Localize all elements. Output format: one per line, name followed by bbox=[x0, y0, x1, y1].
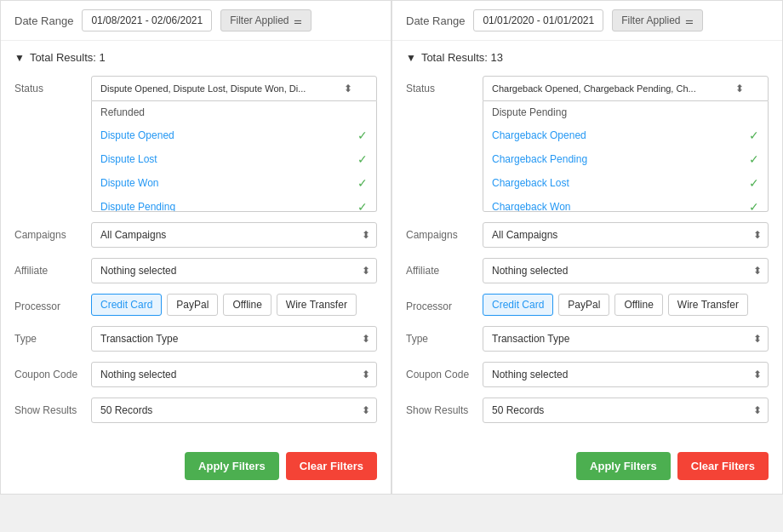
left-filter-applied-label: Filter Applied bbox=[230, 14, 289, 26]
right-processor-row: Processor Credit Card PayPal Offline Wir… bbox=[406, 294, 769, 316]
right-footer-buttons: Apply Filters Clear Filters bbox=[392, 443, 782, 480]
left-clear-button[interactable]: Clear Filters bbox=[286, 452, 377, 480]
left-status-item-dispute-opened[interactable]: Dispute Opened ✓ bbox=[92, 123, 376, 147]
right-processor-wire-transfer[interactable]: Wire Transfer bbox=[668, 294, 748, 316]
right-coupon-select[interactable]: Nothing selected bbox=[483, 362, 769, 387]
left-type-select-wrapper[interactable]: Transaction Type bbox=[91, 326, 377, 352]
right-status-item-dispute-pending[interactable]: Dispute Pending bbox=[483, 101, 768, 123]
right-total-results: ▼ Total Results: 13 bbox=[406, 51, 769, 64]
left-status-item-dispute-lost[interactable]: Dispute Lost ✓ bbox=[92, 147, 376, 171]
right-status-trigger[interactable]: Chargeback Opened, Chargeback Pending, C… bbox=[483, 76, 769, 101]
left-processor-label: Processor bbox=[14, 294, 91, 312]
right-panel-body: ▼ Total Results: 13 Status Chargeback Op… bbox=[392, 41, 782, 443]
left-affiliate-select-wrapper[interactable]: Nothing selected bbox=[91, 258, 377, 283]
right-type-label: Type bbox=[406, 326, 483, 345]
right-status-list[interactable]: Dispute Pending Chargeback Opened ✓ Char… bbox=[483, 101, 769, 212]
left-show-results-select-wrapper[interactable]: 50 Records bbox=[91, 398, 377, 423]
right-show-results-select[interactable]: 50 Records bbox=[483, 398, 769, 423]
left-status-trigger[interactable]: Dispute Opened, Dispute Lost, Dispute Wo… bbox=[91, 76, 377, 101]
left-filter-applied-button[interactable]: Filter Applied ⚌ bbox=[220, 9, 311, 31]
right-coupon-select-wrapper[interactable]: Nothing selected bbox=[483, 362, 769, 387]
right-campaigns-select[interactable]: All Campaigns bbox=[483, 222, 769, 248]
right-status-dropdown[interactable]: Chargeback Opened, Chargeback Pending, C… bbox=[483, 76, 769, 212]
left-affiliate-label: Affiliate bbox=[14, 258, 91, 277]
left-status-chevron: ⬍ bbox=[344, 83, 352, 94]
left-status-item-refunded[interactable]: Refunded bbox=[92, 101, 376, 123]
right-status-row: Status Chargeback Opened, Chargeback Pen… bbox=[406, 76, 769, 212]
left-date-range-label: Date Range bbox=[14, 14, 73, 27]
right-processor-buttons: Credit Card PayPal Offline Wire Transfer bbox=[483, 294, 769, 316]
left-processor-row: Processor Credit Card PayPal Offline Wir… bbox=[14, 294, 377, 316]
right-check-chargeback-opened: ✓ bbox=[749, 129, 759, 142]
left-coupon-select[interactable]: Nothing selected bbox=[91, 362, 377, 387]
left-coupon-select-wrapper[interactable]: Nothing selected bbox=[91, 362, 377, 387]
left-coupon-row: Coupon Code Nothing selected bbox=[14, 362, 377, 387]
left-campaigns-control: All Campaigns bbox=[91, 222, 377, 248]
left-funnel-icon: ▼ bbox=[14, 52, 25, 64]
left-affiliate-control: Nothing selected bbox=[91, 258, 377, 283]
right-check-chargeback-lost: ✓ bbox=[749, 176, 759, 190]
right-panel: Date Range 01/01/2020 - 01/01/2021 Filte… bbox=[392, 0, 783, 495]
left-type-label: Type bbox=[14, 326, 91, 345]
left-status-control: Dispute Opened, Dispute Lost, Dispute Wo… bbox=[91, 76, 377, 212]
right-affiliate-select[interactable]: Nothing selected bbox=[483, 258, 769, 283]
left-apply-button[interactable]: Apply Filters bbox=[185, 452, 279, 480]
right-processor-offline[interactable]: Offline bbox=[614, 294, 662, 316]
right-show-results-label: Show Results bbox=[406, 398, 483, 416]
right-status-label: Status bbox=[406, 76, 483, 94]
right-campaigns-label: Campaigns bbox=[406, 222, 483, 241]
left-status-list[interactable]: Refunded Dispute Opened ✓ Dispute Lost ✓ bbox=[91, 101, 377, 212]
right-status-item-chargeback-opened[interactable]: Chargeback Opened ✓ bbox=[483, 123, 768, 147]
left-type-select[interactable]: Transaction Type bbox=[91, 326, 377, 352]
right-coupon-row: Coupon Code Nothing selected bbox=[406, 362, 769, 387]
right-filter-applied-button[interactable]: Filter Applied ⚌ bbox=[612, 9, 702, 31]
right-type-select[interactable]: Transaction Type bbox=[483, 326, 769, 352]
left-processor-paypal[interactable]: PayPal bbox=[167, 294, 218, 316]
right-show-results-select-wrapper[interactable]: 50 Records bbox=[483, 398, 769, 423]
right-campaigns-select-wrapper[interactable]: All Campaigns bbox=[483, 222, 769, 248]
left-processor-credit-card[interactable]: Credit Card bbox=[91, 294, 162, 316]
left-status-item-dispute-pending[interactable]: Dispute Pending ✓ bbox=[92, 195, 376, 212]
left-check-dispute-lost: ✓ bbox=[357, 152, 368, 166]
right-status-item-chargeback-won[interactable]: Chargeback Won ✓ bbox=[483, 195, 768, 212]
right-type-control: Transaction Type bbox=[483, 326, 769, 352]
left-total-results: ▼ Total Results: 1 bbox=[14, 51, 377, 64]
left-coupon-label: Coupon Code bbox=[14, 362, 91, 380]
right-affiliate-select-wrapper[interactable]: Nothing selected bbox=[483, 258, 769, 283]
left-status-row: Status Dispute Opened, Dispute Lost, Dis… bbox=[14, 76, 377, 212]
right-processor-control: Credit Card PayPal Offline Wire Transfer bbox=[483, 294, 769, 316]
right-affiliate-control: Nothing selected bbox=[483, 258, 769, 283]
left-footer-buttons: Apply Filters Clear Filters bbox=[1, 443, 391, 480]
left-check-dispute-opened: ✓ bbox=[357, 129, 368, 142]
right-funnel-icon: ▼ bbox=[406, 52, 416, 64]
right-coupon-control: Nothing selected bbox=[483, 362, 769, 387]
left-show-results-control: 50 Records bbox=[91, 398, 377, 423]
right-check-chargeback-pending: ✓ bbox=[749, 152, 759, 166]
right-status-item-chargeback-lost[interactable]: Chargeback Lost ✓ bbox=[483, 171, 768, 195]
left-status-dropdown[interactable]: Dispute Opened, Dispute Lost, Dispute Wo… bbox=[91, 76, 377, 212]
right-type-row: Type Transaction Type bbox=[406, 326, 769, 352]
left-campaigns-select-wrapper[interactable]: All Campaigns bbox=[91, 222, 377, 248]
left-panel-header: Date Range 01/08/2021 - 02/06/2021 Filte… bbox=[1, 1, 391, 41]
left-show-results-select[interactable]: 50 Records bbox=[91, 398, 377, 423]
left-processor-wire-transfer[interactable]: Wire Transfer bbox=[277, 294, 357, 316]
left-show-results-label: Show Results bbox=[14, 398, 91, 416]
left-show-results-row: Show Results 50 Records bbox=[14, 398, 377, 423]
left-campaigns-select[interactable]: All Campaigns bbox=[91, 222, 377, 248]
right-clear-button[interactable]: Clear Filters bbox=[677, 452, 769, 480]
right-show-results-row: Show Results 50 Records bbox=[406, 398, 769, 423]
left-affiliate-select[interactable]: Nothing selected bbox=[91, 258, 377, 283]
left-processor-control: Credit Card PayPal Offline Wire Transfer bbox=[91, 294, 377, 316]
right-status-item-chargeback-pending[interactable]: Chargeback Pending ✓ bbox=[483, 147, 768, 171]
left-status-item-dispute-won[interactable]: Dispute Won ✓ bbox=[92, 171, 376, 195]
right-check-chargeback-won: ✓ bbox=[749, 200, 759, 212]
right-filter-applied-label: Filter Applied bbox=[621, 14, 680, 26]
left-type-control: Transaction Type bbox=[91, 326, 377, 352]
right-type-select-wrapper[interactable]: Transaction Type bbox=[483, 326, 769, 352]
right-processor-paypal[interactable]: PayPal bbox=[558, 294, 609, 316]
right-apply-button[interactable]: Apply Filters bbox=[576, 452, 671, 480]
right-processor-credit-card[interactable]: Credit Card bbox=[483, 294, 553, 316]
left-campaigns-label: Campaigns bbox=[14, 222, 91, 241]
right-campaigns-row: Campaigns All Campaigns bbox=[406, 222, 769, 248]
left-processor-offline[interactable]: Offline bbox=[223, 294, 271, 316]
